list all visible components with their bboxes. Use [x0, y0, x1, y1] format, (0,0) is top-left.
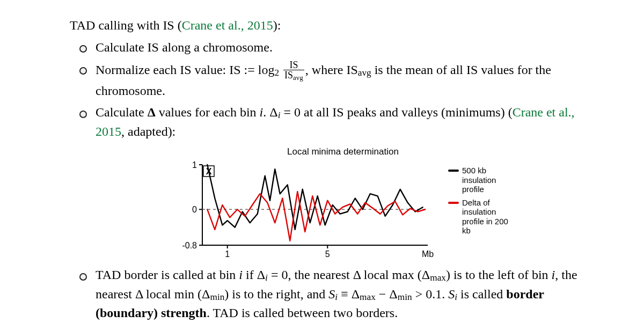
y-tick-neg: -0.8 — [182, 241, 197, 250]
text-seg: values for each bin — [156, 105, 260, 119]
bullet-list: Calculate IS along a chromosome. Normali… — [79, 38, 590, 322]
x-tick-1: 1 — [225, 249, 230, 259]
bullet-text: Calculate IS along a chromosome. — [96, 40, 273, 54]
fraction-is-over-isavg: IS ISavg — [283, 60, 304, 82]
text-seg: Normalize each IS value: IS := log — [96, 62, 274, 76]
legend-swatch-red — [448, 202, 459, 204]
text-seg: is called — [457, 287, 506, 301]
chart-area: 1 0 -0.8 1 5 Mb — [175, 159, 510, 261]
den-is: IS — [284, 70, 293, 80]
subscript-max: max — [360, 292, 376, 302]
text-seg: , where IS — [305, 62, 358, 76]
text-seg: − Δ — [376, 287, 398, 301]
subscript-avg: avg — [358, 68, 371, 78]
line-chart: 1 0 -0.8 1 5 Mb — [175, 159, 444, 261]
var-s: S — [328, 287, 335, 301]
citation-crane-2015[interactable]: Crane et al., 2015 — [182, 18, 273, 32]
intro-suffix: ): — [273, 18, 281, 32]
text-seg: ) is to the left of bin — [446, 268, 552, 282]
x-label-mb: Mb — [422, 249, 434, 259]
legend-swatch-black — [448, 170, 459, 172]
text-seg: ) is to the right, and — [224, 287, 328, 301]
y-tick-1: 1 — [192, 160, 197, 170]
text-seg: . TAD is called between two borders. — [207, 306, 398, 320]
legend-label-insulation: 500 kb insulation profile — [462, 166, 510, 194]
chart-title: Local minima determination — [287, 145, 399, 159]
bullet-normalize-is: Normalize each IS value: IS := log2 IS I… — [79, 60, 590, 100]
text-seg: > 0.1. — [412, 287, 449, 301]
bullet-tad-border: TAD border is called at bin i if Δi = 0,… — [79, 266, 590, 322]
bullet-calculate-delta: Calculate Δ values for each bin i. Δi = … — [79, 103, 590, 261]
text-seg: = 0 at all IS peaks and valleys (minimum… — [281, 105, 513, 119]
legend-row-insulation: 500 kb insulation profile — [448, 166, 510, 194]
text-seg: TAD border is called at bin — [96, 268, 239, 282]
den-avg-sub: avg — [293, 74, 303, 82]
subscript-2: 2 — [274, 68, 279, 78]
chart-container: Local minima determination 1 0 -0.8 — [96, 145, 590, 262]
text-seg: , adapted): — [121, 124, 175, 138]
bullet-calculate-is: Calculate IS along a chromosome. — [79, 38, 590, 57]
x-tick-5: 5 — [325, 249, 330, 259]
var-s: S — [448, 287, 455, 301]
var-i: i — [239, 268, 243, 282]
subscript-min: min — [210, 292, 224, 302]
text-seg: Calculate — [96, 105, 148, 119]
intro-line: TAD calling with IS (Crane et al., 2015)… — [70, 16, 590, 35]
delta-symbol-bold: Δ — [148, 105, 156, 119]
legend-row-delta: Delta of insulation profile in 200 kb — [448, 198, 510, 235]
series-insulation-profile — [207, 165, 422, 230]
y-tick-0: 0 — [192, 205, 197, 214]
chart-legend: 500 kb insulation profile Delta of insul… — [448, 166, 510, 239]
text-seg: if Δ — [243, 268, 265, 282]
text-seg: ≡ Δ — [338, 287, 360, 301]
fraction-numerator: IS — [283, 60, 304, 70]
intro-prefix: TAD calling with IS ( — [70, 18, 182, 32]
subscript-min: min — [398, 292, 412, 302]
fraction-denominator: ISavg — [283, 70, 304, 81]
legend-label-delta: Delta of insulation profile in 200 kb — [462, 198, 510, 235]
subscript-max: max — [430, 273, 446, 283]
text-seg: . Δ — [263, 105, 277, 119]
slide-content: TAD calling with IS (Crane et al., 2015)… — [0, 0, 644, 323]
text-seg: = 0, the nearest Δ local max (Δ — [268, 268, 430, 282]
